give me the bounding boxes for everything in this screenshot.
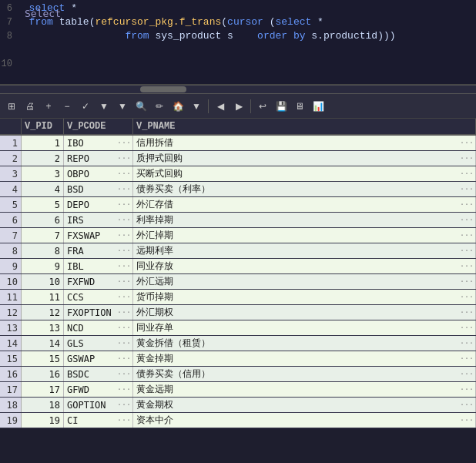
- grid-view-button[interactable]: ⊞: [3, 98, 20, 115]
- cell-vpid: 3: [22, 166, 64, 181]
- delete-row-button[interactable]: −: [59, 98, 75, 115]
- cell-vpname: 外汇掉期···: [133, 228, 476, 243]
- cell-vpcode: GFWD···: [64, 382, 133, 397]
- row-num-cell: 10: [0, 274, 22, 289]
- sql-line-6: 6 select *: [0, 2, 476, 15]
- table-row[interactable]: 1 1 IBO··· 信用拆借···: [0, 136, 476, 151]
- cell-vpcode: IBO···: [64, 136, 133, 150]
- cell-vpname: 黄金拆借（租赁）···: [133, 336, 476, 351]
- sql-line-10: 10: [0, 57, 476, 71]
- sql-editor[interactable]: Select 6 select * 7 from table(refcursor…: [0, 0, 476, 85]
- cell-vpid: 6: [22, 213, 64, 227]
- horizontal-scrollbar[interactable]: [0, 85, 476, 94]
- cell-vpname: 货币掉期···: [133, 290, 476, 304]
- save-button[interactable]: 💾: [273, 98, 290, 115]
- table-row[interactable]: 2 2 REPO··· 质押式回购···: [0, 151, 476, 166]
- data-table: 1 1 IBO··· 信用拆借··· 2 2 REPO··· 质押式回购··· …: [0, 136, 476, 463]
- cell-vpname: 债券买卖（利率）···: [133, 182, 476, 196]
- refresh-button[interactable]: ↩: [254, 98, 271, 115]
- edit-button[interactable]: ✏: [151, 98, 168, 115]
- table-row[interactable]: 4 4 BSD··· 债券买卖（利率）···: [0, 182, 476, 197]
- cell-vpcode: GLS···: [64, 336, 133, 351]
- table-row[interactable]: 9 9 IBL··· 同业存放···: [0, 259, 476, 274]
- cell-vpcode: BSD···: [64, 182, 133, 196]
- cell-vpname: 外汇远期···: [133, 274, 476, 289]
- cell-vpname: 黄金掉期···: [133, 351, 476, 366]
- cell-vpcode: DEPO···: [64, 197, 133, 212]
- column-header-row: V_PID V_PCODE V_PNAME: [0, 119, 476, 136]
- table-row[interactable]: 10 10 FXFWD··· 外汇远期···: [0, 274, 476, 290]
- cell-vpcode: FXFWD···: [64, 274, 133, 289]
- filter-down-button[interactable]: ▼: [96, 98, 112, 115]
- cell-vpid: 15: [22, 351, 64, 366]
- next-button[interactable]: ▶: [230, 98, 247, 115]
- cell-vpcode: OBPO···: [64, 166, 133, 181]
- table-row[interactable]: 19 19 CI··· 资本中介···: [0, 413, 476, 428]
- cell-vpid: 4: [22, 182, 64, 196]
- cell-vpname: 买断式回购···: [133, 166, 476, 181]
- sort-down-button[interactable]: ▼: [114, 98, 131, 115]
- row-num-cell: 19: [0, 413, 22, 428]
- search-button[interactable]: 🔍: [132, 98, 149, 115]
- table-row[interactable]: 7 7 FXSWAP··· 外汇掉期···: [0, 228, 476, 243]
- cell-vpid: 18: [22, 398, 64, 412]
- prev-button[interactable]: ◀: [212, 98, 229, 115]
- cell-vpid: 7: [22, 228, 64, 243]
- cell-vpid: 11: [22, 290, 64, 304]
- dropdown-button[interactable]: ▼: [188, 98, 205, 115]
- cell-vpid: 14: [22, 336, 64, 351]
- cell-vpcode: FXOPTION···: [64, 305, 133, 320]
- table-row[interactable]: 15 15 GSWAP··· 黄金掉期···: [0, 351, 476, 367]
- cell-vpname: 外汇存借···: [133, 197, 476, 212]
- table-row[interactable]: 6 6 IRS··· 利率掉期···: [0, 213, 476, 228]
- cell-vpid: 19: [22, 413, 64, 428]
- row-num-cell: 13: [0, 320, 22, 335]
- cell-vpname: 同业存单···: [133, 320, 476, 335]
- row-num-cell: 16: [0, 367, 22, 381]
- table-row[interactable]: 11 11 CCS··· 货币掉期···: [0, 290, 476, 305]
- cell-vpname: 利率掉期···: [133, 213, 476, 227]
- cell-vpname: 远期利率···: [133, 243, 476, 258]
- toolbar-separator-1: [208, 99, 209, 113]
- table-row[interactable]: 17 17 GFWD··· 黄金远期···: [0, 382, 476, 398]
- cell-vpid: 8: [22, 243, 64, 258]
- col-header-vpid[interactable]: V_PID: [22, 119, 64, 134]
- row-num-cell: 8: [0, 243, 22, 258]
- row-num-cell: 4: [0, 182, 22, 196]
- cell-vpid: 12: [22, 305, 64, 320]
- result-toolbar: ⊞ 🖨 + − ✓ ▼ ▼ 🔍 ✏ 🏠 ▼ ◀ ▶ ↩ 💾 🖥 📊: [0, 94, 476, 119]
- cell-vpcode: CCS···: [64, 290, 133, 304]
- cell-vpcode: FRA···: [64, 243, 133, 258]
- table-row[interactable]: 13 13 NCD··· 同业存单···: [0, 320, 476, 336]
- cell-vpname: 质押式回购···: [133, 151, 476, 166]
- cell-vpid: 17: [22, 382, 64, 397]
- col-header-vpname[interactable]: V_PNAME: [133, 119, 476, 134]
- print-button[interactable]: 🖨: [22, 98, 39, 115]
- chart-button[interactable]: 📊: [310, 98, 327, 115]
- screen-button[interactable]: 🖥: [291, 98, 308, 115]
- table-row[interactable]: 3 3 OBPO··· 买断式回购···: [0, 166, 476, 182]
- table-row[interactable]: 12 12 FXOPTION··· 外汇期权···: [0, 305, 476, 320]
- table-row[interactable]: 18 18 GOPTION··· 黄金期权···: [0, 398, 476, 413]
- cell-vpcode: BSDC···: [64, 367, 133, 381]
- cell-vpname: 外汇期权···: [133, 305, 476, 320]
- cell-vpid: 16: [22, 367, 64, 381]
- sql-line-7: 7 from table(refcursor_pkg.f_trans(curso…: [0, 15, 476, 29]
- table-row[interactable]: 14 14 GLS··· 黄金拆借（租赁）···: [0, 336, 476, 351]
- table-row[interactable]: 16 16 BSDC··· 债券买卖（信用）···: [0, 367, 476, 382]
- cell-vpcode: GSWAP···: [64, 351, 133, 366]
- add-row-button[interactable]: +: [40, 98, 57, 115]
- cell-vpcode: CI···: [64, 413, 133, 428]
- confirm-button[interactable]: ✓: [77, 98, 94, 115]
- row-num-cell: 12: [0, 305, 22, 320]
- cell-vpcode: NCD···: [64, 320, 133, 335]
- cell-vpid: 2: [22, 151, 64, 166]
- table-row[interactable]: 8 8 FRA··· 远期利率···: [0, 243, 476, 259]
- scrollbar-thumb[interactable]: [140, 86, 186, 92]
- row-num-cell: 2: [0, 151, 22, 166]
- cell-vpname: 资本中介···: [133, 413, 476, 428]
- home-button[interactable]: 🏠: [169, 98, 186, 115]
- row-num-cell: 17: [0, 382, 22, 397]
- table-row[interactable]: 5 5 DEPO··· 外汇存借···: [0, 197, 476, 213]
- col-header-vpcode[interactable]: V_PCODE: [64, 119, 133, 134]
